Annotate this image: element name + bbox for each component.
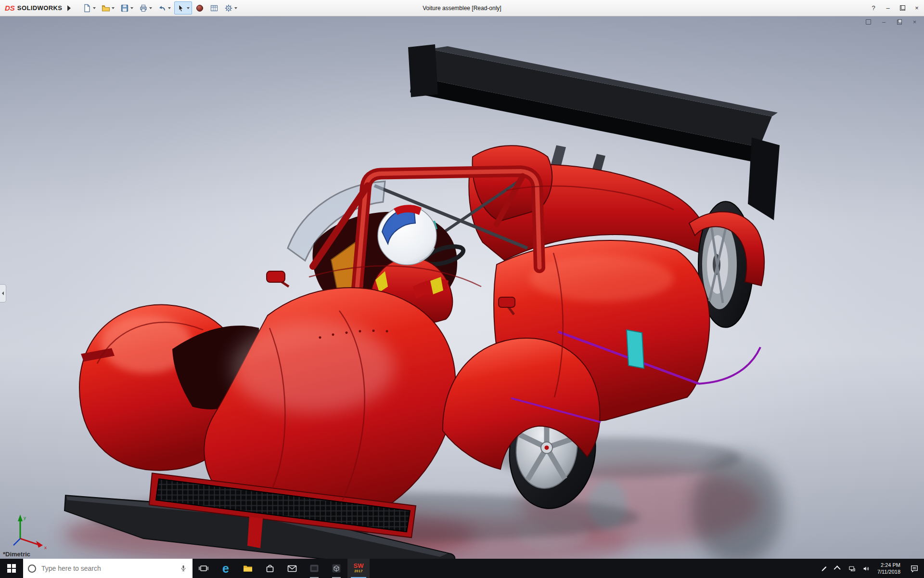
save-floppy-icon [120, 4, 129, 13]
dropdown-arrow-icon[interactable] [234, 7, 237, 9]
edge-icon: e [222, 563, 229, 574]
undo-button[interactable] [155, 1, 173, 14]
solidworks-window: DS SOLIDWORKS [0, 0, 924, 578]
print-icon [139, 4, 148, 13]
window-title: Voiture assemblee [Read-only] [423, 5, 501, 12]
solidworks-taskbar-button[interactable]: SW 2017 [347, 559, 370, 578]
evaluate-button[interactable] [207, 1, 221, 14]
start-button[interactable] [0, 559, 23, 578]
search-icon [28, 565, 36, 573]
save-button[interactable] [118, 1, 136, 14]
doc-restore-button[interactable] [896, 18, 903, 26]
dark-app-icon [308, 563, 320, 574]
volume-tray-button[interactable] [859, 559, 873, 578]
system-tray: 2:24 PM 7/11/2018 [817, 559, 924, 578]
file-explorer-icon [242, 563, 254, 574]
dock-icon [866, 19, 871, 25]
restore-icon [900, 5, 905, 11]
restore-icon [897, 20, 902, 25]
chevron-up-icon [834, 565, 841, 572]
appearance-sphere-icon [195, 4, 204, 13]
select-cursor-icon [177, 4, 185, 13]
dropdown-arrow-icon[interactable] [149, 7, 152, 9]
store-button[interactable] [259, 559, 281, 578]
right-mirror [499, 297, 515, 307]
table-grid-icon [210, 4, 218, 13]
appearance-button[interactable] [193, 1, 206, 14]
ds-logo-icon: DS [5, 4, 15, 12]
window-controls: ? – × [866, 0, 924, 16]
dropdown-arrow-icon[interactable] [168, 7, 171, 9]
hood-highlight [231, 322, 395, 413]
file-explorer-button[interactable] [237, 559, 259, 578]
center-pylon [247, 516, 263, 548]
quick-access-toolbar [80, 1, 240, 14]
document-window-controls: – × [865, 18, 918, 26]
cube-app-icon [331, 563, 342, 574]
dropdown-arrow-icon[interactable] [130, 7, 133, 9]
left-mirror [267, 271, 285, 282]
maximize-button[interactable] [895, 0, 910, 16]
edrawings-button[interactable] [325, 559, 347, 578]
dropdown-arrow-icon[interactable] [112, 7, 115, 9]
task-view-button[interactable] [192, 559, 215, 578]
titlebar: DS SOLIDWORKS [0, 0, 924, 16]
y-axis-label: y [24, 515, 26, 520]
menu-flyout-arrow-icon[interactable] [67, 5, 71, 11]
taskbar-search[interactable] [23, 559, 192, 578]
minimize-button[interactable]: – [881, 0, 895, 16]
network-tray-button[interactable] [845, 559, 859, 578]
solidworks-app-icon: SW 2017 [354, 563, 364, 574]
task-view-icon [198, 563, 209, 574]
x-axis-label: x [44, 545, 47, 550]
edge-button[interactable]: e [215, 559, 237, 578]
new-document-icon [83, 4, 91, 13]
action-center-button[interactable] [905, 559, 924, 578]
pen-tray-button[interactable] [817, 559, 831, 578]
new-button[interactable] [80, 1, 98, 14]
snipping-app-button[interactable] [303, 559, 325, 578]
tray-expand-button[interactable] [831, 559, 845, 578]
help-button[interactable]: ? [866, 0, 881, 16]
select-button[interactable] [174, 1, 192, 14]
solidworks-logo[interactable]: DS SOLIDWORKS [0, 0, 74, 16]
dropdown-arrow-icon[interactable] [187, 7, 190, 9]
mail-button[interactable] [281, 559, 303, 578]
microphone-icon[interactable] [179, 564, 188, 573]
search-input[interactable] [40, 564, 175, 573]
network-icon [848, 565, 856, 573]
options-button[interactable] [222, 1, 240, 14]
undo-arrow-icon [158, 4, 167, 13]
windows-logo-icon [7, 564, 16, 573]
doc-minimize-button[interactable]: – [880, 18, 887, 26]
view-orientation-label: *Dimetric [3, 551, 30, 558]
action-center-icon [910, 564, 919, 573]
doc-close-button[interactable]: × [911, 18, 918, 26]
side-highlight [529, 255, 674, 302]
close-button[interactable]: × [910, 0, 924, 16]
dock-window-button[interactable] [865, 18, 872, 26]
3d-model-canvas[interactable]: y x [0, 16, 924, 559]
graphics-area[interactable]: y x – × *Dimetric [0, 16, 924, 559]
taskbar: e [0, 559, 924, 578]
taskbar-clock[interactable]: 2:24 PM 7/11/2018 [873, 559, 905, 578]
open-button[interactable] [99, 1, 117, 14]
clock-date: 7/11/2018 [877, 568, 900, 575]
store-icon [264, 563, 276, 574]
brand-name: SOLIDWORKS [17, 4, 63, 12]
dropdown-arrow-icon[interactable] [93, 7, 96, 9]
featuremanager-flyout-tab[interactable] [0, 284, 6, 302]
side-window [627, 330, 644, 368]
open-folder-icon [102, 4, 110, 13]
print-button[interactable] [137, 1, 154, 14]
pen-icon [820, 565, 828, 573]
gear-icon [224, 4, 233, 13]
clock-time: 2:24 PM [881, 562, 900, 568]
speaker-icon [862, 565, 870, 573]
mail-icon [286, 563, 298, 574]
